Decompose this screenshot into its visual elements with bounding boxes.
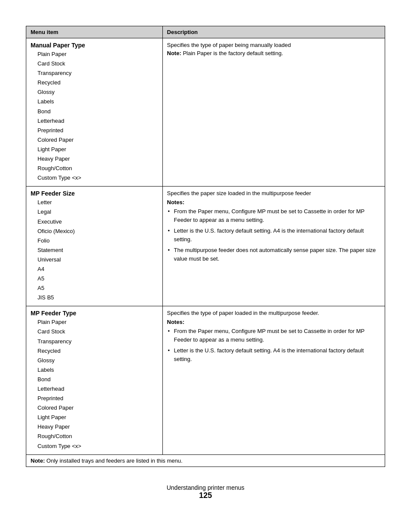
list-item: Heavy Paper — [37, 154, 158, 164]
desc-col-feeder-type: Specifies the type of paper loaded in th… — [162, 306, 385, 454]
page-number: 125 — [167, 491, 245, 500]
list-item: Card Stock — [37, 327, 158, 336]
col-header-desc: Description — [162, 26, 385, 38]
list-item: Plain Paper — [37, 50, 158, 59]
note-label: Note: — [167, 50, 181, 56]
list-item: Transparency — [37, 337, 158, 346]
list-item: A4 — [37, 264, 158, 274]
menu-sub-items: Plain Paper Card Stock Transparency Recy… — [31, 317, 158, 451]
table-row: Manual Paper Type Plain Paper Card Stock… — [26, 38, 385, 187]
list-item: Letter — [37, 198, 158, 207]
menu-col-manual: Manual Paper Type Plain Paper Card Stock… — [26, 38, 163, 187]
list-item: The multipurpose feeder does not automat… — [167, 246, 380, 263]
menu-col-feeder-type: MP Feeder Type Plain Paper Card Stock Tr… — [26, 306, 163, 454]
notes-list: From the Paper menu, Configure MP must b… — [167, 327, 380, 363]
list-item: Labels — [37, 97, 158, 106]
table-row: MP Feeder Type Plain Paper Card Stock Tr… — [26, 306, 385, 454]
col-header-menu: Menu item — [26, 26, 163, 38]
list-item: A5 — [37, 274, 158, 283]
list-item: Recycled — [37, 346, 158, 356]
list-item: Executive — [37, 217, 158, 227]
list-item: Legal — [37, 207, 158, 217]
list-item: Colored Paper — [37, 403, 158, 413]
menu-sub-items: Plain Paper Card Stock Transparency Recy… — [31, 50, 158, 183]
footer-note-label: Note: — [31, 457, 45, 464]
desc-intro: Specifies the type of paper being manual… — [167, 42, 380, 48]
main-table: Menu item Description Manual Paper Type … — [26, 26, 385, 467]
list-item: Oficio (Mexico) — [37, 227, 158, 236]
table-row: MP Feeder Size Letter Legal Executive Of… — [26, 187, 385, 306]
list-item: Plain Paper — [37, 317, 158, 327]
note-inline: Note: Plain Paper is the factory default… — [167, 50, 380, 56]
footer-note-row: Note: Only installed trays and feeders a… — [26, 454, 385, 467]
menu-main-label: Manual Paper Type — [31, 42, 158, 49]
list-item: Rough/Cotton — [37, 164, 158, 173]
list-item: Preprinted — [37, 126, 158, 135]
list-item: JIS B5 — [37, 293, 158, 302]
footer-text: Understanding printer menus — [167, 484, 245, 491]
page-footer: Understanding printer menus 125 — [167, 484, 245, 500]
list-item: A5 — [37, 283, 158, 293]
list-item: Custom Type <x> — [37, 442, 158, 451]
list-item: Preprinted — [37, 394, 158, 403]
list-item: From the Paper menu, Configure MP must b… — [167, 327, 380, 344]
list-item: Custom Type <x> — [37, 173, 158, 183]
list-item: Folio — [37, 236, 158, 246]
desc-intro: Specifies the paper size loaded in the m… — [167, 190, 380, 196]
list-item: Colored Paper — [37, 135, 158, 145]
list-item: Transparency — [37, 68, 158, 78]
list-item: From the Paper menu, Configure MP must b… — [167, 207, 380, 224]
list-item: Labels — [37, 365, 158, 375]
list-item: Glossy — [37, 87, 158, 97]
desc-intro: Specifies the type of paper loaded in th… — [167, 310, 380, 316]
desc-col-manual: Specifies the type of paper being manual… — [162, 38, 385, 187]
menu-main-label: MP Feeder Type — [31, 310, 158, 317]
list-item: Rough/Cotton — [37, 432, 158, 441]
list-item: Card Stock — [37, 59, 158, 68]
list-item: Bond — [37, 107, 158, 116]
list-item: Letter is the U.S. factory default setti… — [167, 346, 380, 363]
notes-label: Notes: — [167, 199, 380, 205]
menu-sub-items: Letter Legal Executive Oficio (Mexico) F… — [31, 198, 158, 302]
menu-col-feeder-size: MP Feeder Size Letter Legal Executive Of… — [26, 187, 163, 306]
list-item: Letterhead — [37, 384, 158, 394]
footer-note-text: Only installed trays and feeders are lis… — [47, 457, 183, 464]
list-item: Statement — [37, 246, 158, 255]
list-item: Glossy — [37, 356, 158, 365]
list-item: Heavy Paper — [37, 422, 158, 432]
note-text: Plain Paper is the factory default setti… — [183, 50, 283, 56]
list-item: Light Paper — [37, 145, 158, 154]
list-item: Letter is the U.S. factory default setti… — [167, 227, 380, 243]
desc-col-feeder-size: Specifies the paper size loaded in the m… — [162, 187, 385, 306]
list-item: Recycled — [37, 78, 158, 87]
notes-list: From the Paper menu, Configure MP must b… — [167, 207, 380, 263]
list-item: Light Paper — [37, 413, 158, 422]
list-item: Universal — [37, 255, 158, 264]
menu-main-label: MP Feeder Size — [31, 190, 158, 197]
list-item: Letterhead — [37, 116, 158, 126]
list-item: Bond — [37, 375, 158, 384]
footer-note-cell: Note: Only installed trays and feeders a… — [26, 454, 385, 467]
notes-label: Notes: — [167, 319, 380, 325]
